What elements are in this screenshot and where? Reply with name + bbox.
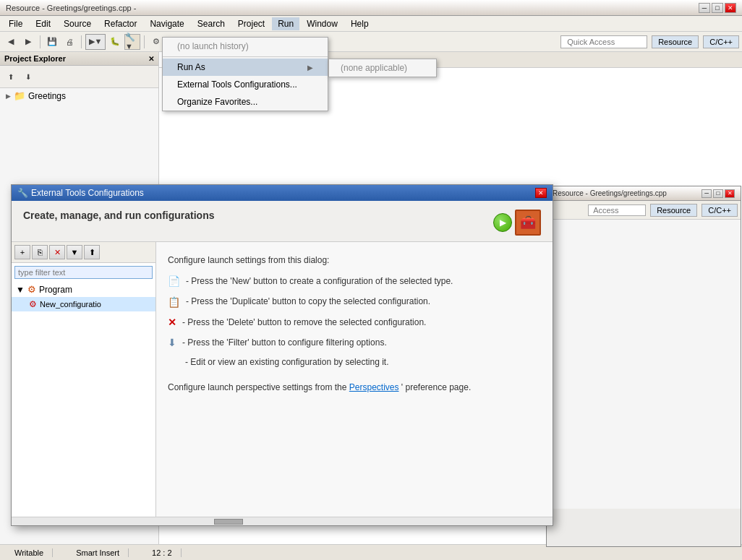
toolbar-ext-tools[interactable]: 🔧▼ <box>124 34 140 50</box>
dup-icon: 📋 <box>168 294 180 310</box>
perspective-cpp-btn[interactable]: C/C++ <box>703 35 739 48</box>
run-as-arrow: ▶ <box>307 64 313 72</box>
toolbar-forward[interactable]: ▶ <box>20 34 36 50</box>
perspective-intro: Configure launch perspective settings fr… <box>168 382 349 392</box>
toolbar-sep2 <box>81 35 82 48</box>
second-cpp-btn[interactable]: C/C++ <box>702 204 738 217</box>
program-label: Program <box>39 285 72 295</box>
toolbar-back[interactable]: ◀ <box>3 34 19 50</box>
tree-project[interactable]: ▶ 📁 Greetings <box>0 88 158 103</box>
toolbar-debug[interactable]: 🐛 <box>107 34 123 50</box>
dialog-body: + ⎘ ✕ ▼ ⬆ ▼ ⚙ Program ⚙ New_configura <box>12 242 553 517</box>
dialog-close-btn[interactable]: ✕ <box>535 188 547 198</box>
organize-favs-label: Organize Favorites... <box>177 97 257 107</box>
dialog-header-title: Create, manage, and run configurations <box>23 210 215 221</box>
dropdown-organize-favs[interactable]: Organize Favorites... <box>163 93 328 111</box>
dropdown-ext-tools-config[interactable]: External Tools Configurations... <box>163 76 328 93</box>
menu-source[interactable]: Source <box>58 17 97 30</box>
close-btn[interactable]: ✕ <box>725 3 736 13</box>
dropdown-no-history: (no launch history) <box>163 38 328 55</box>
dropdown-sep1 <box>163 56 328 57</box>
main-window: Resource - Greetings/greetings.cpp - ─ □… <box>0 0 742 560</box>
desc-row-new: 📄 - Press the 'New' button to create a c… <box>168 273 541 289</box>
window-title: Resource - Greetings/greetings.cpp - <box>6 4 136 12</box>
menu-project[interactable]: Project <box>232 17 270 30</box>
perspective-resource-label: Resource <box>658 38 692 46</box>
dialog-title-area: 🔧 External Tools Configurations <box>17 188 144 198</box>
restore-btn[interactable]: □ <box>712 3 723 13</box>
toolbar-sep1 <box>40 35 40 48</box>
sidebar-collapse-btn[interactable]: ⬆ <box>3 69 19 85</box>
menu-edit[interactable]: Edit <box>30 17 56 30</box>
menu-bar: File Edit Source Refactor Navigate Searc… <box>0 16 742 32</box>
second-restore-btn[interactable]: □ <box>713 189 723 198</box>
second-min-btn[interactable]: ─ <box>702 189 712 198</box>
dialog-right-scroll[interactable]: Configure launch settings from this dial… <box>168 254 541 505</box>
desc-row-edit: - Edit or view an existing configuration… <box>168 356 541 369</box>
toolbar-sep3 <box>144 35 145 48</box>
run-button[interactable]: ▶ <box>493 213 512 232</box>
menu-refactor[interactable]: Refactor <box>98 17 142 30</box>
second-toolbar: Access Resource C/C++ <box>547 201 741 220</box>
dialog-overlay: 🔧 External Tools Configurations ✕ Create… <box>11 184 553 526</box>
sidebar-expand-btn[interactable]: ⬇ <box>20 69 36 85</box>
desc-perspective-text: Configure launch perspective settings fr… <box>168 381 541 395</box>
toolbar-print[interactable]: 🖨 <box>61 34 77 50</box>
no-history-label: (no launch history) <box>177 41 249 51</box>
perspective-resource-btn[interactable]: Resource <box>652 35 699 48</box>
perspective-cpp-label: C/C++ <box>709 38 733 46</box>
desc-new-text: - Press the 'New' button to create a con… <box>186 275 453 288</box>
folder-icon: 📁 <box>14 90 25 101</box>
dropdown-run-as[interactable]: Run As ▶ <box>163 59 328 76</box>
second-window-bg: Resource - Greetings/greetings.cpp ─ □ ✕… <box>546 186 741 547</box>
filter-icon: ⬇ <box>168 335 176 350</box>
dialog-title-icon: 🔧 <box>17 188 28 198</box>
title-controls: ─ □ ✕ <box>699 3 736 13</box>
filter-input[interactable] <box>14 266 153 279</box>
project-label: Greetings <box>28 91 66 101</box>
title-bar: Resource - Greetings/greetings.cpp - ─ □… <box>0 0 742 16</box>
toolbar-run-dropdown[interactable]: ▶▼ <box>85 34 106 50</box>
perspective-suffix: ' preference page. <box>401 382 471 392</box>
dialog-right-panel: Configure launch settings from this dial… <box>156 242 553 517</box>
dialog-header: Create, manage, and run configurations ▶… <box>12 201 553 242</box>
menu-file[interactable]: File <box>3 17 28 30</box>
menu-help[interactable]: Help <box>345 17 375 30</box>
second-close-btn[interactable]: ✕ <box>725 189 735 198</box>
perspectives-link[interactable]: Perspectives <box>349 382 399 392</box>
tree-config-item[interactable]: ⚙ New_configuratio <box>12 297 155 311</box>
desc-dup-text: - Press the 'Duplicate' button to copy t… <box>186 295 430 309</box>
menu-run[interactable]: Run <box>272 17 299 30</box>
status-insert-mode: Smart Insert <box>67 548 129 557</box>
status-position: 12 : 2 <box>143 548 182 557</box>
hscroll-thumb[interactable] <box>214 519 243 525</box>
menu-search[interactable]: Search <box>192 17 231 30</box>
dialog-hscrollbar[interactable] <box>12 517 553 525</box>
toolbar-save[interactable]: 💾 <box>44 34 60 50</box>
dlg-collapse-btn[interactable]: ⬆ <box>84 245 100 259</box>
submenu-none-applicable: (none applicable) <box>329 59 436 77</box>
new-icon: 📄 <box>168 273 180 289</box>
second-resource-btn[interactable]: Resource <box>650 204 697 217</box>
panel-header: Project Explorer ✕ <box>0 52 158 66</box>
second-quick-access[interactable]: Access <box>588 204 646 216</box>
dlg-delete-btn[interactable]: ✕ <box>49 245 65 259</box>
dialog-title-bar: 🔧 External Tools Configurations ✕ <box>12 185 553 201</box>
desc-row-del: ✕ - Press the 'Delete' button to remove … <box>168 314 541 330</box>
program-icon: ⚙ <box>27 284 36 295</box>
dlg-new-btn[interactable]: + <box>14 245 30 259</box>
panel-close-btn[interactable]: ✕ <box>148 55 154 63</box>
desc-row-dup: 📋 - Press the 'Duplicate' button to copy… <box>168 294 541 310</box>
dialog-title-label: External Tools Configurations <box>31 188 144 198</box>
menu-window[interactable]: Window <box>301 17 344 30</box>
menu-navigate[interactable]: Navigate <box>144 17 189 30</box>
external-tools-dialog: 🔧 External Tools Configurations ✕ Create… <box>11 184 553 526</box>
dlg-duplicate-btn[interactable]: ⎘ <box>32 245 48 259</box>
minimize-btn[interactable]: ─ <box>699 3 710 13</box>
desc-filter-text: - Press the 'Filter' button to configure… <box>182 336 387 350</box>
tree-program-item[interactable]: ▼ ⚙ Program <box>12 282 155 297</box>
quick-access-input[interactable]: Quick Access <box>560 35 647 48</box>
dropdown-overlay: (no launch history) Run As ▶ External To… <box>162 37 328 111</box>
dlg-filter-btn[interactable]: ▼ <box>67 245 82 259</box>
desc-edit-text: - Edit or view an existing configuration… <box>185 356 388 369</box>
